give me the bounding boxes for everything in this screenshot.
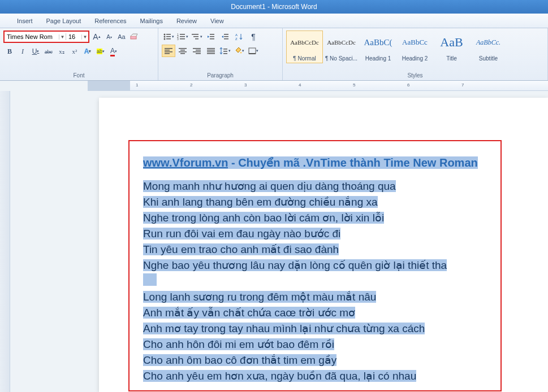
show-marks-button[interactable]: ¶ xyxy=(247,31,260,43)
borders-icon xyxy=(248,47,256,54)
selected-text: Long lanh sương ru trong đêm một màu mắt… xyxy=(143,291,376,303)
text-effects-button[interactable]: A▾ xyxy=(81,45,94,58)
font-name-dropdown[interactable]: ▼ xyxy=(59,34,66,40)
font-name-input[interactable] xyxy=(5,33,59,40)
svg-rect-26 xyxy=(165,51,172,53)
svg-rect-41 xyxy=(223,51,227,52)
doc-title-rest: - Chuyển mã .VnTime thành Time New Roman xyxy=(228,156,477,169)
sort-button[interactable]: AZ xyxy=(232,31,246,43)
spacing-icon xyxy=(219,47,228,55)
svg-rect-0 xyxy=(131,36,136,39)
tab-page-layout[interactable]: Page Layout xyxy=(40,15,88,27)
text-line: Long lanh sương ru trong đêm một màu mắt… xyxy=(143,289,487,305)
justify-icon xyxy=(207,47,215,54)
svg-rect-14 xyxy=(193,36,199,37)
text-line: Run run đôi vai em đau ngày nào bước đi xyxy=(143,226,487,242)
clear-format-button[interactable] xyxy=(129,31,139,42)
style-label: ¶ No Spaci... xyxy=(325,55,357,62)
font-size-input[interactable] xyxy=(66,33,81,40)
paragraph-gap xyxy=(143,273,487,289)
text-line: Nghe trong lòng anh còn bao lời cám ơn, … xyxy=(143,210,487,226)
superscript-button[interactable]: x² xyxy=(68,45,81,58)
text-line: Khi anh lang thang bên em đường chiều nắ… xyxy=(143,194,487,210)
tab-references[interactable]: References xyxy=(88,15,133,27)
text-line: Cho anh hôn đôi mi em ướt bao đêm rồi xyxy=(143,337,487,352)
ruler-tick: 4 xyxy=(299,82,301,88)
svg-rect-15 xyxy=(195,38,199,40)
style-item-1[interactable]: AaBbCcDc¶ No Spaci... xyxy=(323,31,360,63)
doc-title-link[interactable]: www.Vforum.vn xyxy=(143,156,228,169)
bold-button[interactable]: B xyxy=(3,45,16,58)
style-label: Title xyxy=(446,55,457,62)
doc-title: www.Vforum.vn - Chuyển mã .VnTime thành … xyxy=(143,156,487,169)
svg-rect-12 xyxy=(180,38,185,40)
shading-button[interactable]: ▾ xyxy=(232,45,246,57)
decrease-indent-button[interactable] xyxy=(204,31,218,43)
style-item-0[interactable]: AaBbCcDc¶ Normal xyxy=(286,31,323,63)
line-spacing-button[interactable]: ▾ xyxy=(218,45,232,57)
ruler-tick: 7 xyxy=(461,82,464,88)
svg-text:A: A xyxy=(235,33,238,37)
ruler-vertical[interactable] xyxy=(0,91,10,392)
svg-text:3: 3 xyxy=(177,37,179,41)
italic-button[interactable]: I xyxy=(16,45,29,58)
style-label: ¶ Normal xyxy=(293,55,316,62)
svg-rect-30 xyxy=(179,51,187,53)
svg-rect-33 xyxy=(196,50,201,51)
tab-review[interactable]: Review xyxy=(170,15,204,27)
align-center-button[interactable] xyxy=(176,45,189,57)
paragraph-group-label: Paragraph xyxy=(162,71,279,80)
change-case-button[interactable]: Aa xyxy=(116,31,127,42)
sort-icon: AZ xyxy=(235,33,243,41)
tab-insert[interactable]: Insert xyxy=(10,15,40,27)
selected-text: Khi anh lang thang bên em đường chiều nắ… xyxy=(143,196,378,208)
svg-rect-32 xyxy=(193,48,201,49)
svg-rect-40 xyxy=(223,49,227,50)
multilevel-button[interactable]: ▾ xyxy=(190,31,204,43)
svg-point-1 xyxy=(164,34,166,36)
align-right-button[interactable] xyxy=(190,45,204,57)
app-title: Document1 - Microsoft Word xyxy=(231,3,317,11)
indent-icon xyxy=(221,33,229,41)
styles-group-label: Styles xyxy=(286,71,544,80)
style-item-4[interactable]: AaBTitle xyxy=(433,31,470,63)
svg-rect-2 xyxy=(166,34,171,35)
style-preview: AaBbCcDc xyxy=(327,32,356,53)
ruler-horizontal[interactable]: 1234567 xyxy=(88,81,548,91)
subscript-button[interactable]: x₂ xyxy=(55,45,68,58)
highlight-button[interactable]: ab▾ xyxy=(94,45,107,58)
eraser-icon xyxy=(130,33,139,41)
document-page[interactable]: www.Vforum.vn - Chuyển mã .VnTime thành … xyxy=(99,98,548,392)
style-item-5[interactable]: AaBbCc.Subtitle xyxy=(470,31,507,63)
svg-rect-38 xyxy=(207,51,215,53)
title-bar: Document1 - Microsoft Word xyxy=(0,0,548,14)
styles-group: AaBbCcDc¶ NormalAaBbCcDc¶ No Spaci...AaB… xyxy=(283,28,548,80)
style-item-3[interactable]: AaBbCcHeading 2 xyxy=(396,31,433,63)
style-preview: AaBbCc xyxy=(402,32,428,53)
align-left-icon xyxy=(165,47,172,54)
selected-text: Mong manh như hương ai quen dịu dàng tho… xyxy=(143,180,396,192)
borders-button[interactable]: ▾ xyxy=(247,45,260,57)
numbering-button[interactable]: 123▾ xyxy=(176,31,189,43)
tab-mailings[interactable]: Mailings xyxy=(133,15,170,27)
font-color-button[interactable]: A▾ xyxy=(107,45,120,58)
svg-point-3 xyxy=(164,36,166,38)
style-item-2[interactable]: AaBbC(Heading 1 xyxy=(360,31,396,63)
font-group: ▼ ▼ A▴ A▾ Aa B I U▾ abc x₂ x² A▾ ab▾ A▾ xyxy=(0,28,158,80)
svg-rect-29 xyxy=(180,50,185,51)
increase-indent-button[interactable] xyxy=(218,31,232,43)
text-line: Mong manh như hương ai quen dịu dàng tho… xyxy=(143,178,487,194)
strike-button[interactable]: abc xyxy=(42,45,55,58)
style-preview: AaBbCc. xyxy=(476,32,500,53)
font-size-dropdown[interactable]: ▼ xyxy=(81,34,88,40)
tab-view[interactable]: View xyxy=(204,15,231,27)
selected-text: Anh mơ tay trong tay nhau mình lại như c… xyxy=(143,323,425,334)
align-left-button[interactable] xyxy=(162,45,175,57)
justify-button[interactable] xyxy=(204,45,218,57)
bullets-button[interactable]: ▾ xyxy=(162,31,175,43)
svg-rect-34 xyxy=(193,51,201,53)
underline-button[interactable]: U▾ xyxy=(29,45,42,58)
shrink-font-button[interactable]: A▾ xyxy=(104,31,114,42)
grow-font-button[interactable]: A▴ xyxy=(92,31,102,42)
selected-text: Cho anh ôm bao cô đơn thắt tim em gầy xyxy=(143,354,336,366)
